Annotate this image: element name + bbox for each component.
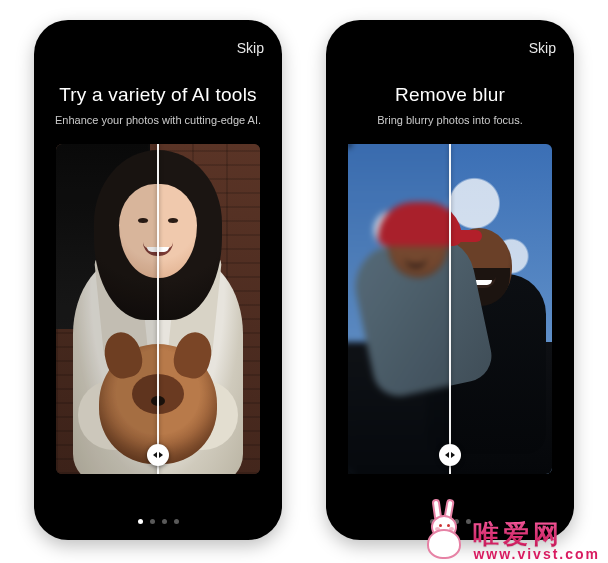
page-dot[interactable] bbox=[454, 519, 459, 524]
onboarding-subtitle: Enhance your photos with cutting-edge AI… bbox=[52, 114, 264, 126]
skip-button[interactable]: Skip bbox=[237, 40, 264, 56]
photo-subject bbox=[168, 218, 178, 223]
onboarding-title: Try a variety of AI tools bbox=[52, 84, 264, 106]
chevron-left-icon bbox=[153, 452, 157, 458]
page-dot[interactable] bbox=[138, 519, 143, 524]
page-dot[interactable] bbox=[150, 519, 155, 524]
watermark-site-url: www.vivst.com bbox=[473, 547, 600, 561]
comparison-slider-handle[interactable] bbox=[147, 444, 169, 466]
chevron-right-icon bbox=[159, 452, 163, 458]
chevron-right-icon bbox=[451, 452, 455, 458]
onboarding-subtitle: Bring blurry photos into focus. bbox=[344, 114, 556, 126]
onboarding-title: Remove blur bbox=[344, 84, 556, 106]
onboarding-screen-2: Skip Remove blur Bring blurry photos int… bbox=[326, 20, 574, 540]
page-dot[interactable] bbox=[174, 519, 179, 524]
onboarding-screen-1: Skip Try a variety of AI tools Enhance y… bbox=[34, 20, 282, 540]
page-dot[interactable] bbox=[162, 519, 167, 524]
page-indicator bbox=[34, 505, 282, 540]
comparison-divider bbox=[157, 144, 159, 474]
page-dot[interactable] bbox=[442, 519, 447, 524]
page-dot[interactable] bbox=[466, 519, 471, 524]
comparison-slider-handle[interactable] bbox=[439, 444, 461, 466]
comparison-divider bbox=[449, 144, 451, 474]
page-indicator bbox=[326, 505, 574, 540]
skip-button[interactable]: Skip bbox=[529, 40, 556, 56]
before-after-preview[interactable] bbox=[56, 144, 260, 474]
chevron-left-icon bbox=[445, 452, 449, 458]
app-store-screenshots: Skip Try a variety of AI tools Enhance y… bbox=[0, 0, 608, 563]
page-dot[interactable] bbox=[430, 519, 435, 524]
before-overlay bbox=[348, 144, 450, 474]
top-bar: Skip bbox=[326, 20, 574, 66]
top-bar: Skip bbox=[34, 20, 282, 66]
before-after-preview[interactable] bbox=[348, 144, 552, 474]
before-overlay bbox=[56, 144, 158, 474]
